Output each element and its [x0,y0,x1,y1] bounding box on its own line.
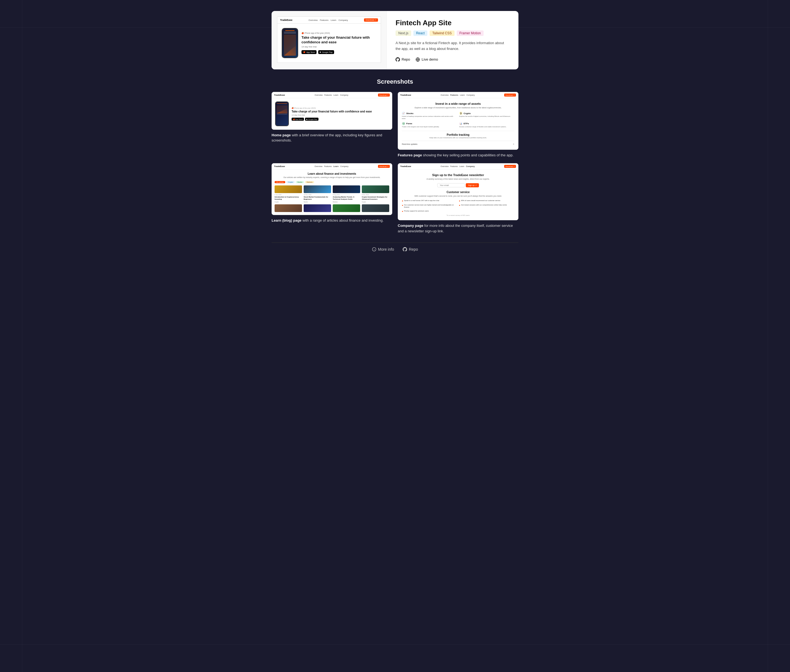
store-badges: 🍎 App Store ▶ Google Play [301,50,376,54]
forex-icon: 💱 [402,122,405,125]
apple-icon: 🍎 [303,51,305,53]
preview-pane: TradeEase Overview Features Learn Compan… [272,11,387,69]
newsletter-email-input[interactable] [437,183,465,187]
cs-feature-2: ●95% of users would recommend our custom… [459,200,514,202]
features-download-btn[interactable]: Download ↗ [504,94,516,96]
blog-card-4-img [362,186,389,193]
newsletter-signup-btn[interactable]: Sign up ↗ [466,183,479,187]
tag-nextjs: Next.js [395,30,411,36]
tag-tailwind: Tailwind CSS [430,30,454,36]
blog-screenshot-nav: TradeEase Overview Features Learn Compan… [272,163,392,170]
cs-note: *In a recent survey of 925 users [402,214,514,216]
feature-etfs: 📊 ETFs Access a diverse range of flexibl… [459,122,514,128]
company-screenshot-frame: TradeEase Overview Features Learn Compan… [398,163,518,220]
more-info-link[interactable]: More info [372,247,394,251]
home-app-store-badge[interactable]: 🍎 App Store [292,118,304,121]
mockup-award: 🍎 iPhone app of the year (2024) [301,32,376,34]
app-store-badge[interactable]: 🍎 App Store [301,50,317,54]
crypto-icon: ₿ [459,112,462,115]
blog-card-2-img [304,186,331,193]
features-body: Invest in a wide range of assets Explore… [398,98,518,149]
mockup-nav-logo: TradeEase [280,19,293,21]
phone-screen [282,29,297,58]
project-description: A Next.js site for a fictional Fintech a… [395,40,510,52]
play-icon: ▶ [320,51,321,53]
blog-card-1: 6 Jan 2024 Introduction to Cryptocurrenc… [275,186,302,203]
info-pane: Fintech App Site Next.js React Tailwind … [387,11,518,69]
project-tags: Next.js React Tailwind CSS Framer Motion [395,30,510,36]
company-download-btn[interactable]: Download ↗ [504,165,516,168]
project-links: Repo Live demo [395,57,510,62]
home-screenshot-body: 🍎 iPhone app of the year (2024) Take cha… [272,98,392,130]
home-text: 🍎 iPhone app of the year (2024) Take cha… [292,107,389,121]
features-screenshot-frame: TradeEase Overview Features Learn Compan… [398,92,518,150]
blog-tag-stocks[interactable]: Stocks [296,181,304,183]
mockup-headline: Take charge of your financial future wit… [301,35,376,45]
cs-desc: With customer support that's second to n… [402,195,514,197]
phone-screen-bar [285,30,294,31]
cs-feature-3: ●Our customer service team are highly tr… [402,204,457,208]
blog-body: Learn about finance and investments Our … [272,170,392,214]
phone-mockup [282,28,298,58]
home-screenshot-nav: TradeEase Overview Features Learn Compan… [272,92,392,98]
cs-feature-1: ●Speak to a real human 24/7 with in-app … [402,200,457,202]
blog-download-btn[interactable]: Download ↗ [378,165,390,168]
company-newsletter-subtitle: A weekly summary of the latest news and … [402,178,514,181]
github-icon [395,57,400,62]
repo-link[interactable]: Repo [395,57,410,62]
features-realtime: Real-time updates + [402,141,514,146]
company-screenshot-nav: TradeEase Overview Features Learn Compan… [398,163,518,170]
blog-tag-markets[interactable]: Markets [305,181,314,183]
blog-tag-crypto[interactable]: Crypto [286,181,294,183]
features-grid: 📈 Stocks Invest in leading companies acr… [402,112,514,128]
home-google-play-badge[interactable]: ▶ Google Play [305,118,318,121]
project-title: Fintech App Site [395,19,510,27]
etfs-icon: 📊 [459,122,462,125]
blog-title: Learn about finance and investments [275,172,389,175]
features-portfolio: Portfolio tracking Keep tabs on your inv… [402,131,514,139]
newsletter-form: Sign up ↗ [402,183,514,187]
screenshot-home: TradeEase Overview Features Learn Compan… [272,92,392,158]
blog-subtitle: Our articles are written by industry exp… [275,176,389,179]
screenshot-company: TradeEase Overview Features Learn Compan… [398,163,518,234]
mini-chart [277,105,288,114]
cs-title: Customer service [402,190,514,194]
home-sub: 14 day free trial [292,114,389,116]
info-icon [372,247,376,251]
blog-card-2: 12 Nov 2022 Stock Market Fundamentals fo… [304,186,331,203]
footer-links: More info Repo [272,242,518,251]
home-headline: Take charge of your financial future wit… [292,110,389,113]
features-caption: Features page showing the key selling po… [398,152,518,158]
feature-stocks: 📈 Stocks Invest in leading companies acr… [402,112,457,120]
cs-features: ●Speak to a real human 24/7 with in-app … [402,200,514,213]
mockup-nav-download-btn[interactable]: Download ↗ [364,18,378,22]
home-download-btn[interactable]: Download ↗ [378,94,390,96]
mini-phone [275,101,289,126]
features-subtitle: Explore a wide range of investment oppor… [402,106,514,109]
tag-react: React [413,30,427,36]
home-badges: 🍎 App Store ▶ Google Play [292,118,389,121]
live-demo-link[interactable]: Live demo [416,57,438,62]
footer-github-icon [403,247,407,251]
blog-screenshot-frame: TradeEase Overview Features Learn Compan… [272,163,392,215]
home-screenshot-frame: TradeEase Overview Features Learn Compan… [272,92,392,130]
footer-repo-link[interactable]: Repo [403,247,418,251]
mockup-body: 🍎 iPhone app of the year (2024) Take cha… [277,23,381,63]
features-screenshot-nav: TradeEase Overview Features Learn Compan… [398,92,518,98]
blog-card-3: 8 Aug 2023 Analysing Market Trends: A Te… [333,186,360,203]
screenshots-title: Screenshots [272,78,518,85]
blog-tag-all[interactable]: All articles [275,181,285,183]
stocks-icon: 📈 [402,112,405,115]
blog-row2 [275,204,389,212]
screenshot-features: TradeEase Overview Features Learn Compan… [398,92,518,158]
features-title: Invest in a wide range of assets [402,102,514,105]
blog-card-1-img [275,186,302,193]
phone-screen-chart [284,35,296,56]
blog-card-3-img [333,186,360,193]
mockup-nav-links: Overview Features Learn Company [309,19,348,21]
screenshots-grid: TradeEase Overview Features Learn Compan… [272,92,518,234]
google-play-badge[interactable]: ▶ Google Play [318,50,334,54]
mockup-nav: TradeEase Overview Features Learn Compan… [277,16,381,23]
cs-feature-4: ●Get instant answers with our comprehens… [459,204,514,208]
blog-card-4: 6 Dec 2023 Crypto Investment Strategies … [362,186,389,203]
